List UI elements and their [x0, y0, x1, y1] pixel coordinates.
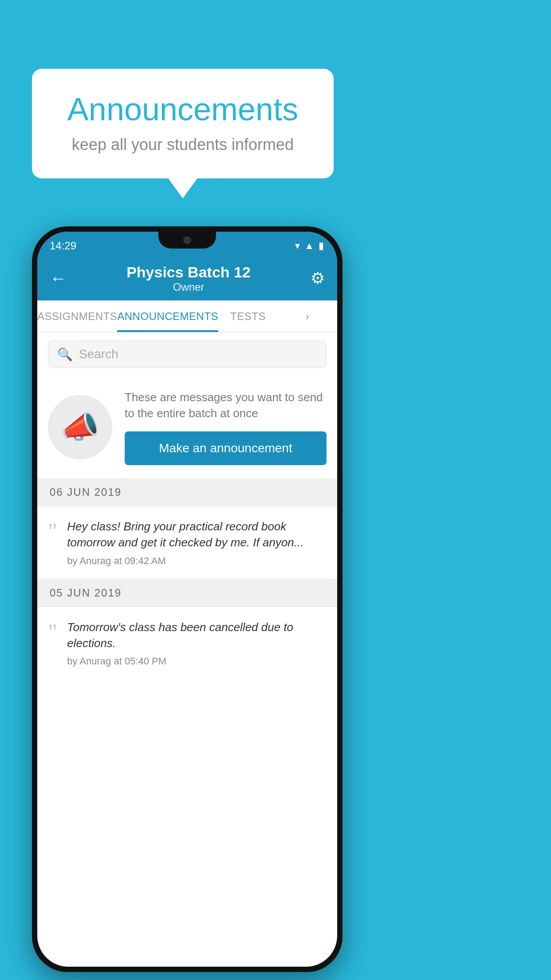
date-header-2: 05 JUN 2019: [37, 580, 337, 607]
status-icons: ▾ ▲ ▮: [295, 240, 324, 252]
front-camera: [183, 236, 191, 244]
header-subtitle: Owner: [126, 281, 251, 293]
announcement-prompt: 📣 These are messages you want to send to…: [37, 376, 337, 479]
search-box[interactable]: 🔍 Search: [48, 340, 327, 368]
date-header-1: 06 JUN 2019: [37, 479, 337, 506]
tab-tests[interactable]: TESTS: [218, 300, 278, 332]
announcement-right: These are messages you want to send to t…: [125, 389, 327, 465]
bubble-title: Announcements: [59, 91, 307, 127]
search-container: 🔍 Search: [37, 332, 337, 376]
search-icon: 🔍: [57, 347, 73, 362]
settings-icon[interactable]: ⚙: [311, 269, 325, 288]
announcement-meta-2: by Anurag at 05:40 PM: [67, 656, 327, 667]
announcement-icon-circle: 📣: [48, 395, 112, 459]
quote-icon-1: ": [48, 518, 57, 543]
tab-assignments[interactable]: ASSIGNMENTS: [37, 300, 117, 332]
announcement-item-1: " Hey class! Bring your practical record…: [37, 506, 337, 580]
tab-announcements[interactable]: ANNOUNCEMENTS: [117, 300, 218, 332]
speech-bubble: Announcements keep all your students inf…: [32, 69, 334, 178]
announcement-item-2: " Tomorrow's class has been cancelled du…: [37, 607, 337, 680]
signal-icon: ▲: [304, 240, 314, 252]
announcement-desc: These are messages you want to send to t…: [125, 389, 327, 422]
back-button[interactable]: ←: [50, 269, 67, 288]
make-announcement-button[interactable]: Make an announcement: [125, 431, 327, 465]
speech-bubble-container: Announcements keep all your students inf…: [32, 69, 334, 178]
phone-frame: 14:29 ▾ ▲ ▮ ← Physics Batch 12 Owner ⚙ A…: [32, 226, 342, 972]
app-header: ← Physics Batch 12 Owner ⚙: [37, 256, 337, 300]
tab-more[interactable]: ›: [278, 300, 337, 332]
announcement-content-1: Hey class! Bring your practical record b…: [67, 518, 327, 567]
header-title: Physics Batch 12: [126, 264, 251, 281]
quote-icon-2: ": [48, 619, 57, 644]
phone-notch: [158, 232, 216, 249]
bubble-subtitle: keep all your students informed: [59, 135, 307, 154]
announcement-text-1: Hey class! Bring your practical record b…: [67, 518, 327, 551]
battery-icon: ▮: [319, 240, 324, 252]
announcement-content-2: Tomorrow's class has been cancelled due …: [67, 619, 327, 668]
tabs: ASSIGNMENTS ANNOUNCEMENTS TESTS ›: [37, 300, 337, 332]
megaphone-icon: 📣: [61, 409, 99, 445]
wifi-icon: ▾: [295, 240, 300, 252]
phone-inner: 14:29 ▾ ▲ ▮ ← Physics Batch 12 Owner ⚙ A…: [37, 232, 337, 967]
status-time: 14:29: [50, 240, 76, 252]
announcement-text-2: Tomorrow's class has been cancelled due …: [67, 619, 327, 652]
header-center: Physics Batch 12 Owner: [126, 264, 251, 293]
announcement-meta-1: by Anurag at 09:42 AM: [67, 555, 327, 567]
search-placeholder: Search: [79, 347, 118, 361]
